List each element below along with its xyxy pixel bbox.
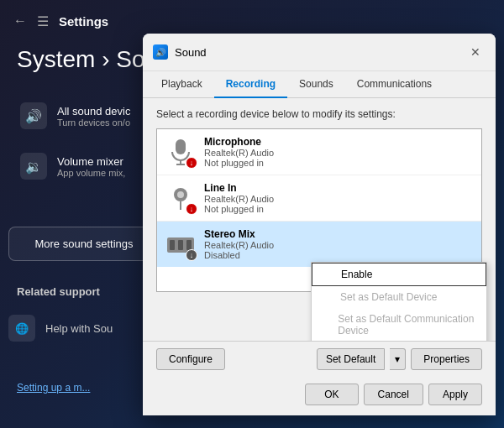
set-default-button[interactable]: Set Default [317, 348, 385, 370]
dialog-actions: OK Cancel Apply [143, 377, 496, 415]
context-item-set-default-comm: Set as Default Communication Device [312, 308, 486, 341]
microphone-status: Not plugged in [204, 158, 473, 168]
ok-button[interactable]: OK [305, 384, 358, 405]
microphone-driver: Realtek(R) Audio [204, 148, 473, 158]
volume-icon: 🔉 [20, 153, 47, 180]
stereo-mix-status: Disabled [204, 250, 473, 260]
sidebar-item-volume[interactable]: 🔉 Volume mixer App volume mix, [8, 143, 164, 190]
line-in-name: Line In [204, 182, 473, 194]
device-item-line-in[interactable]: ↓ Line In Realtek(R) Audio Not plugged i… [157, 175, 481, 222]
line-in-icon-wrap: ↓ [165, 183, 196, 213]
sound-dialog: 🔊 Sound ✕ Playback Recording Sounds Comm… [143, 34, 496, 415]
hamburger-button[interactable]: ☰ [37, 13, 49, 29]
sound-dialog-icon: 🔊 [153, 44, 168, 60]
dialog-close-button[interactable]: ✕ [465, 42, 486, 62]
stereo-mix-status-badge: ↓ [186, 249, 197, 261]
sidebar-item-sound[interactable]: 🔊 All sound devic Turn devices on/o [8, 92, 164, 139]
line-in-info: Line In Realtek(R) Audio Not plugged in [204, 182, 473, 214]
tab-playback[interactable]: Playback [150, 71, 214, 98]
sidebar: 🔊 All sound devic Turn devices on/o 🔉 Vo… [8, 92, 164, 193]
svg-rect-8 [178, 240, 183, 250]
apply-button[interactable]: Apply [428, 384, 482, 405]
context-item-enable[interactable]: Enable [312, 263, 486, 286]
svg-rect-7 [170, 240, 175, 250]
dialog-titlebar: 🔊 Sound ✕ [143, 34, 496, 71]
dialog-title-left: 🔊 Sound [153, 44, 207, 60]
stereo-mix-name: Stereo Mix [204, 228, 473, 240]
microphone-name: Microphone [204, 136, 473, 148]
sidebar-volume-sub: App volume mix, [57, 168, 125, 178]
setting-up-link[interactable]: Setting up a m... [17, 382, 90, 394]
line-in-driver: Realtek(R) Audio [204, 194, 473, 204]
stereo-mix-icon-wrap: ↓ [165, 229, 196, 259]
set-default-comm-label: Set as Default Communication Device [338, 313, 475, 337]
help-icon: 🌐 [8, 315, 35, 342]
device-item-microphone[interactable]: ↓ Microphone Realtek(R) Audio Not plugge… [157, 129, 481, 175]
help-item[interactable]: 🌐 Help with Sou [8, 315, 113, 342]
sidebar-sound-sub: Turn devices on/o [57, 117, 130, 128]
configure-button[interactable]: Configure [156, 348, 225, 370]
tab-sounds[interactable]: Sounds [287, 71, 345, 98]
context-item-set-default: Set as Default Device [312, 286, 486, 308]
microphone-status-badge: ↓ [186, 157, 197, 169]
svg-rect-0 [176, 139, 186, 154]
properties-button[interactable]: Properties [411, 348, 482, 370]
settings-title: Settings [59, 14, 108, 29]
system-breadcrumb: System › So [17, 46, 144, 73]
tab-recording[interactable]: Recording [214, 71, 287, 98]
sidebar-volume-label: Volume mixer [57, 155, 125, 168]
back-button[interactable]: ← [13, 13, 27, 29]
microphone-info: Microphone Realtek(R) Audio Not plugged … [204, 136, 473, 168]
dialog-content: Select a recording device below to modif… [143, 98, 496, 341]
context-menu: Enable Set as Default Device Set as Defa… [311, 262, 487, 341]
tab-communications[interactable]: Communications [345, 71, 444, 98]
microphone-icon-wrap: ↓ [165, 137, 196, 167]
dialog-bottom-row: Configure Set Default ▾ Properties [156, 348, 482, 370]
content-description: Select a recording device below to modif… [156, 108, 482, 120]
enable-label: Enable [341, 269, 372, 280]
set-default-arrow-button[interactable]: ▾ [390, 348, 406, 370]
line-in-status-badge: ↓ [186, 203, 197, 215]
cancel-button[interactable]: Cancel [364, 384, 423, 405]
sound-icon: 🔊 [20, 102, 47, 129]
set-default-label: Set as Default Device [340, 291, 437, 303]
sidebar-sound-label: All sound devic [57, 105, 130, 117]
stereo-mix-driver: Realtek(R) Audio [204, 240, 473, 250]
svg-point-4 [177, 191, 184, 198]
line-in-status: Not plugged in [204, 204, 473, 214]
device-item-stereo-mix[interactable]: ↓ Stereo Mix Realtek(R) Audio Disabled [157, 222, 481, 267]
related-support-heading: Related support [17, 285, 100, 298]
tabs-row: Playback Recording Sounds Communications [143, 71, 496, 98]
more-sound-settings-button[interactable]: More sound settings [8, 227, 160, 261]
dialog-bottom-bar: Configure Set Default ▾ Properties [143, 341, 496, 377]
dialog-title: Sound [175, 46, 207, 59]
help-label: Help with Sou [45, 322, 113, 335]
stereo-mix-info: Stereo Mix Realtek(R) Audio Disabled [204, 228, 473, 260]
